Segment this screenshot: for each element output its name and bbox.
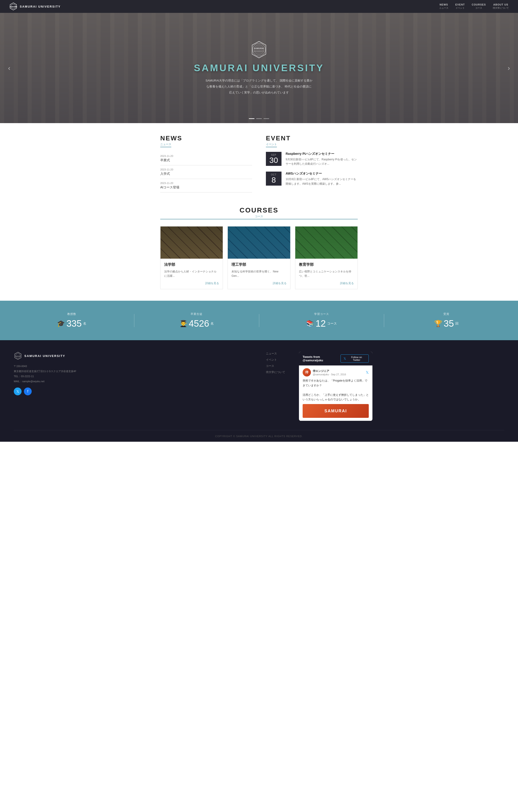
stat-value-graduates: 👨‍🎓 4526 名 bbox=[134, 318, 259, 329]
hero-dot-2[interactable] bbox=[256, 118, 262, 119]
course-link-edu[interactable]: 詳細を見る bbox=[299, 281, 354, 285]
stat-professors: 教授数 🎓 335 名 bbox=[9, 312, 134, 329]
stat-label-awards: 受賞 bbox=[384, 312, 509, 316]
twitter-social-button[interactable]: 𝕏 bbox=[14, 387, 22, 395]
nav-item-about[interactable]: ABOUT US 侍大学について bbox=[493, 3, 509, 10]
hero-content: SAMURAI UNIVERSITY SAMURAI UNIVERSITY SA… bbox=[194, 40, 324, 95]
hero-title: SAMURAI UNIVERSITY bbox=[194, 62, 324, 74]
news-item-2[interactable]: 2023-11-20 入学式 bbox=[160, 165, 252, 179]
footer-bottom: COPYRIGHT © SAMURAI UNIVERSITY ALL RIGHT… bbox=[14, 430, 504, 442]
course-card-law[interactable]: 法学部 法学の拠点から人材・インターナショナルに活躍... 詳細を見る bbox=[160, 226, 223, 289]
stat-value-courses: 📚 12 コース bbox=[259, 318, 384, 329]
event-item-2[interactable]: OCT 8 AWSハンズオンセミナー 10月8日 新宿○○ビル8Fにて、AWSハ… bbox=[266, 172, 358, 186]
header-logo[interactable]: SAMURAI SAMURAI UNIVERSITY bbox=[9, 2, 61, 10]
footer-nav-event[interactable]: イベント bbox=[266, 358, 285, 362]
stat-unit-graduates: 名 bbox=[211, 322, 214, 326]
twitter-widget: Tweets from @samuraijuku 𝕏 Follow on Twi… bbox=[299, 352, 372, 421]
course-image-law bbox=[160, 227, 223, 259]
course-body-law: 法学部 法学の拠点から人材・インターナショナルに活躍... 詳細を見る bbox=[160, 259, 223, 289]
twitter-widget-header: Tweets from @samuraijuku 𝕏 Follow on Twi… bbox=[299, 352, 372, 366]
twitter-avatar: 侍 bbox=[303, 368, 311, 376]
hero-section: SAMURAI UNIVERSITY SAMURAI UNIVERSITY SA… bbox=[0, 13, 518, 123]
header-nav: NEWS ニュース EVENT イベント COURSES コース ABOUT U… bbox=[439, 3, 509, 10]
hero-prev-arrow[interactable]: ‹ bbox=[5, 64, 14, 72]
stat-label-professors: 教授数 bbox=[9, 312, 134, 316]
stat-number-courses: 12 bbox=[315, 318, 326, 329]
twitter-bird-icon: 𝕏 bbox=[343, 357, 346, 360]
news-title-en: NEWS bbox=[160, 135, 252, 142]
course-card-science[interactable]: 理工学部 未知なる科学技術の世界を開く、New Gen... 詳細を見る bbox=[227, 226, 290, 289]
course-link-science[interactable]: 詳細を見る bbox=[232, 281, 286, 285]
header: SAMURAI SAMURAI UNIVERSITY NEWS ニュース EVE… bbox=[0, 0, 518, 13]
hero-next-arrow[interactable]: › bbox=[504, 64, 513, 72]
news-date-3: 2023-11-20 bbox=[160, 182, 252, 184]
stat-icon-professors: 🎓 bbox=[57, 320, 65, 327]
stat-label-courses: 学習コース bbox=[259, 312, 384, 316]
event-name-1: Raspberry Piハンズオンセミナー bbox=[286, 152, 358, 156]
event-info-2: AWSハンズオンセミナー 10月8日 新宿○○ビル8Fにて、AWSハンズオンセミ… bbox=[286, 172, 358, 186]
footer-address: 〒150-0043 東京都渋谷区道玄坂2丁目11-1 Gスクエア渋谷道玄坂4F … bbox=[14, 364, 252, 384]
event-item-1[interactable]: SEP 30 Raspberry Piハンズオンセミナー 9月30日新宿○○ビル… bbox=[266, 152, 358, 166]
stat-number-awards: 35 bbox=[444, 318, 454, 329]
follow-twitter-button[interactable]: 𝕏 Follow on Twitter bbox=[340, 354, 369, 363]
news-date-2: 2023-11-20 bbox=[160, 168, 252, 171]
footer-top: SAMURAI SAMURAI UNIVERSITY 〒150-0043 東京都… bbox=[14, 352, 504, 421]
course-image-edu bbox=[295, 227, 358, 259]
news-item-1[interactable]: 2023-11-20 卒業式 bbox=[160, 152, 252, 165]
stat-number-graduates: 4526 bbox=[189, 318, 209, 329]
footer: SAMURAI SAMURAI UNIVERSITY 〒150-0043 東京都… bbox=[0, 340, 518, 442]
nav-item-courses[interactable]: COURSES コース bbox=[472, 3, 486, 10]
stat-label-graduates: 卒業生徒 bbox=[134, 312, 259, 316]
stats-section: 教授数 🎓 335 名 卒業生徒 👨‍🎓 4526 名 学習コース 📚 12 コ… bbox=[0, 301, 518, 340]
hero-description: SAMURAI大学の理念には「プログラミングを通して、 国際社会に貢献する豊かな… bbox=[202, 78, 316, 95]
hero-dot-1[interactable] bbox=[249, 118, 254, 119]
stat-icon-courses: 📚 bbox=[306, 320, 314, 327]
event-name-2: AWSハンズオンセミナー bbox=[286, 172, 358, 176]
courses-section: COURSES コース 法学部 法学の拠点から人材・インターナショナルに活躍..… bbox=[160, 206, 358, 289]
course-body-edu: 教育学部 広い視野とコミュニケーションスキルを持つ、世... 詳細を見る bbox=[295, 259, 358, 289]
svg-point-5 bbox=[254, 45, 264, 55]
footer-logo-badge-icon: SAMURAI bbox=[14, 352, 22, 360]
stat-value-professors: 🎓 335 名 bbox=[9, 318, 134, 329]
nav-item-event[interactable]: EVENT イベント bbox=[455, 3, 465, 10]
news-section: NEWS ニュース 2023-11-20 卒業式 2023-11-20 入学式 … bbox=[160, 135, 252, 193]
nav-item-news[interactable]: NEWS ニュース bbox=[439, 3, 449, 10]
facebook-social-button[interactable]: f bbox=[24, 387, 32, 395]
stat-value-awards: 🏆 35 回 bbox=[384, 318, 509, 329]
news-title-3: AIコース登場 bbox=[160, 185, 252, 190]
footer-nav-news[interactable]: ニュース bbox=[266, 352, 285, 355]
course-link-law[interactable]: 詳細を見る bbox=[164, 281, 219, 285]
stat-icon-graduates: 👨‍🎓 bbox=[179, 320, 187, 327]
event-section: EVENT イベント SEP 30 Raspberry Piハンズオンセミナー … bbox=[266, 135, 358, 193]
event-title-ja: イベント bbox=[266, 142, 277, 147]
stat-unit-awards: 回 bbox=[455, 322, 459, 326]
twitter-post-text: 突然ですがあなたは、「Progateを効率よく活用」できていますか？活用どころか… bbox=[303, 378, 369, 402]
event-date-box-1: SEP 30 bbox=[266, 152, 281, 166]
course-body-science: 理工学部 未知なる科学技術の世界を開く、New Gen... 詳細を見る bbox=[228, 259, 290, 289]
svg-text:UNIVERSITY: UNIVERSITY bbox=[254, 51, 264, 52]
news-title-1: 卒業式 bbox=[160, 158, 252, 163]
twitter-user-info: 侍エンジニア @samuraijuku · Sep 27, 2016 bbox=[313, 369, 346, 376]
event-day-2: 8 bbox=[269, 176, 279, 184]
stat-courses: 学習コース 📚 12 コース bbox=[259, 312, 384, 329]
footer-right: ニュース イベント コース 侍大学について Tweets from @samur… bbox=[266, 352, 504, 421]
course-name-science: 理工学部 bbox=[232, 262, 286, 267]
hero-dots bbox=[249, 118, 269, 119]
event-info-1: Raspberry Piハンズオンセミナー 9月30日新宿○○ビル8Fにて、Ra… bbox=[286, 152, 358, 166]
footer-left: SAMURAI SAMURAI UNIVERSITY 〒150-0043 東京都… bbox=[14, 352, 252, 421]
stat-graduates: 卒業生徒 👨‍🎓 4526 名 bbox=[134, 312, 259, 329]
footer-nav-about[interactable]: 侍大学について bbox=[266, 370, 285, 374]
footer-nav-courses[interactable]: コース bbox=[266, 364, 285, 368]
event-day-1: 30 bbox=[269, 156, 279, 164]
news-item-3[interactable]: 2023-11-20 AIコース登場 bbox=[160, 179, 252, 193]
twitter-post-1: 侍 侍エンジニア @samuraijuku · Sep 27, 2016 𝕏 突… bbox=[299, 366, 372, 421]
course-name-law: 法学部 bbox=[164, 262, 219, 267]
courses-title-ja: コース bbox=[160, 214, 358, 220]
course-desc-law: 法学の拠点から人材・インターナショナルに活躍... bbox=[164, 269, 219, 278]
stat-awards: 受賞 🏆 35 回 bbox=[384, 312, 509, 329]
news-title-2: 入学式 bbox=[160, 172, 252, 176]
stat-number-professors: 335 bbox=[66, 318, 82, 329]
hero-dot-3[interactable] bbox=[264, 118, 269, 119]
svg-text:SAMURAI: SAMURAI bbox=[254, 47, 264, 49]
course-card-edu[interactable]: 教育学部 広い視野とコミュニケーションスキルを持つ、世... 詳細を見る bbox=[295, 226, 358, 289]
